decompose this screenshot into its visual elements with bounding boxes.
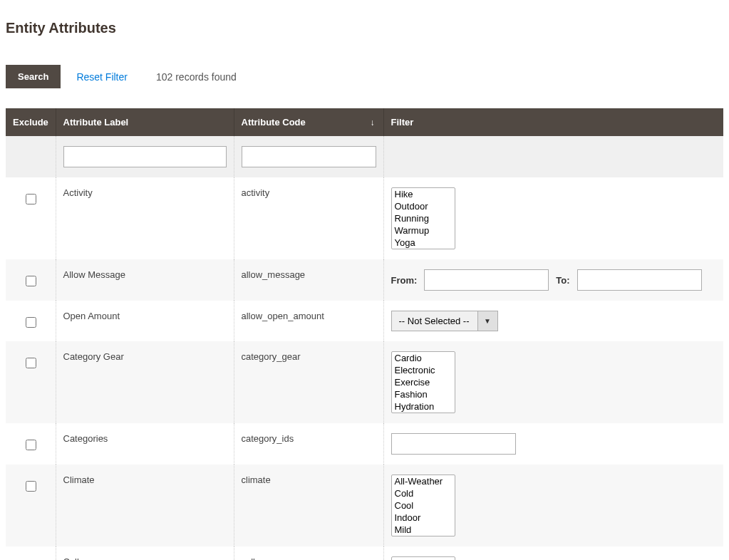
attribute-label-cell: Categories — [56, 423, 234, 465]
filter-text-input[interactable] — [391, 433, 516, 455]
exclude-checkbox[interactable] — [26, 317, 36, 328]
attribute-label-cell: Open Amount — [56, 301, 234, 341]
filter-cell: N/A2 zip — [383, 546, 723, 560]
page-title: Entity Attributes — [6, 20, 723, 36]
filter-multiselect[interactable]: CardioElectronicExerciseFashionHydration — [391, 351, 455, 413]
header-attribute-code[interactable]: Attribute Code ↓ — [234, 108, 383, 136]
exclude-checkbox[interactable] — [26, 440, 36, 450]
table-row: CollarcollarN/A2 zip — [6, 546, 723, 560]
filter-filter-cell — [383, 136, 723, 177]
header-attribute-code-text: Attribute Code — [242, 117, 306, 128]
attribute-label-cell: Allow Message — [56, 259, 234, 301]
filter-multiselect[interactable]: N/A2 zip — [391, 556, 455, 560]
filter-select[interactable]: -- Not Selected -- — [392, 311, 477, 331]
table-row: ActivityactivityHikeOutdoorRunningWarmup… — [6, 177, 723, 259]
table-row: Categoriescategory_ids — [6, 423, 723, 465]
filter-multiselect[interactable]: HikeOutdoorRunningWarmupYoga — [391, 187, 455, 249]
table-row: Category Gearcategory_gearCardioElectron… — [6, 341, 723, 423]
sort-arrow-icon: ↓ — [371, 118, 375, 128]
filter-multiselect[interactable]: All-WeatherColdCoolIndoorMild — [391, 475, 455, 536]
attributes-grid: Exclude Attribute Label Attribute Code ↓… — [6, 108, 723, 560]
range-to-label: To: — [556, 275, 569, 286]
attribute-code-cell: category_gear — [234, 341, 383, 423]
header-filter[interactable]: Filter — [383, 108, 723, 136]
filter-attribute-code-input[interactable] — [242, 146, 376, 167]
table-row: Allow Messageallow_messageFrom:To: — [6, 259, 723, 301]
table-row: ClimateclimateAll-WeatherColdCoolIndoorM… — [6, 465, 723, 546]
range-from-input[interactable] — [424, 269, 549, 291]
filter-cell: From:To: — [383, 259, 723, 301]
search-button[interactable]: Search — [6, 65, 61, 88]
chevron-down-icon[interactable]: ▼ — [477, 311, 497, 331]
range-from-label: From: — [391, 275, 418, 286]
attribute-label-cell: Activity — [56, 177, 234, 259]
exclude-checkbox[interactable] — [26, 358, 36, 368]
attribute-code-cell: collar — [234, 546, 383, 560]
attribute-code-cell: activity — [234, 177, 383, 259]
filter-cell — [383, 423, 723, 465]
filter-cell: HikeOutdoorRunningWarmupYoga — [383, 177, 723, 259]
attribute-code-cell: allow_message — [234, 259, 383, 301]
attribute-code-cell: category_ids — [234, 423, 383, 465]
header-exclude[interactable]: Exclude — [6, 108, 56, 136]
filter-cell: CardioElectronicExerciseFashionHydration — [383, 341, 723, 423]
range-to-input[interactable] — [577, 269, 702, 291]
actions-bar: Search Reset Filter 102 records found — [6, 65, 723, 88]
exclude-checkbox[interactable] — [26, 276, 36, 286]
attribute-label-cell: Collar — [56, 546, 234, 560]
filter-cell: All-WeatherColdCoolIndoorMild — [383, 465, 723, 546]
exclude-checkbox[interactable] — [26, 481, 36, 492]
attribute-code-cell: allow_open_amount — [234, 301, 383, 341]
records-found-text: 102 records found — [156, 71, 237, 83]
filter-attribute-label-input[interactable] — [63, 146, 227, 167]
table-row: Open Amountallow_open_amount-- Not Selec… — [6, 301, 723, 341]
attribute-label-cell: Climate — [56, 465, 234, 546]
reset-filter-link[interactable]: Reset Filter — [76, 71, 128, 83]
header-attribute-label[interactable]: Attribute Label — [56, 108, 234, 136]
exclude-checkbox[interactable] — [26, 194, 36, 204]
filter-exclude-cell — [6, 136, 56, 177]
filter-cell: -- Not Selected --▼ — [383, 301, 723, 341]
attribute-code-cell: climate — [234, 465, 383, 546]
attribute-label-cell: Category Gear — [56, 341, 234, 423]
